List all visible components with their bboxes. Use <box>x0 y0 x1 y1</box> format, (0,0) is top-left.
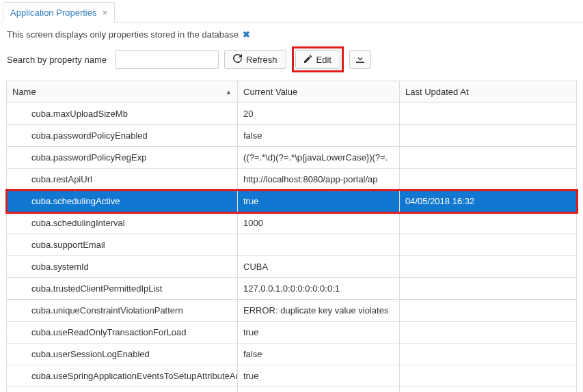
cell-name: cuba.userSessionLogEnabled <box>7 344 238 365</box>
cell-value: true <box>238 191 400 212</box>
pencil-icon <box>304 55 312 65</box>
cell-value: http://localhost:8080/app-portal/ap <box>238 169 400 191</box>
table-row[interactable]: cuba.webAppUrlhttp://localhost:8080/app <box>7 387 577 393</box>
cell-updated <box>400 125 577 147</box>
cell-value: true <box>238 322 400 344</box>
table-row[interactable]: cuba.useReadOnlyTransactionForLoadtrue <box>7 322 577 344</box>
properties-table: Name ▲ Current Value Last Updated At cub… <box>6 81 577 392</box>
cell-name: cuba.restApiUrl <box>7 169 238 191</box>
table-header-row: Name ▲ Current Value Last Updated At <box>7 81 577 103</box>
cell-updated <box>400 278 577 300</box>
col-header-updated[interactable]: Last Updated At <box>400 81 577 103</box>
cell-name: cuba.useSpringApplicationEventsToSetupAt… <box>7 365 238 387</box>
cell-name: cuba.passwordPolicyEnabled <box>7 125 238 147</box>
cell-value: ERROR: duplicate key value violates <box>238 300 400 322</box>
col-header-name[interactable]: Name ▲ <box>7 81 238 103</box>
table-row[interactable]: cuba.systemIdCUBA <box>7 256 577 278</box>
tab-application-properties[interactable]: Application Properties × <box>3 2 115 23</box>
cell-name: cuba.supportEmail <box>7 234 238 256</box>
cell-updated <box>400 234 577 256</box>
refresh-icon <box>233 54 242 65</box>
export-button[interactable] <box>349 50 371 69</box>
cell-updated <box>400 169 577 191</box>
cell-updated <box>400 365 577 387</box>
cell-value: ((?=.*\d)(?=.*\p{javaLowerCase})(?=. <box>238 147 400 169</box>
search-input[interactable] <box>115 50 219 69</box>
edit-button-label: Edit <box>316 55 331 65</box>
cell-updated <box>400 147 577 169</box>
cell-name: cuba.schedulingActive <box>7 191 238 212</box>
cell-name: cuba.maxUploadSizeMb <box>7 103 238 125</box>
table-row[interactable]: cuba.trustedClientPermittedIpList127.0.0… <box>7 278 577 300</box>
table-row[interactable]: cuba.maxUploadSizeMb20 <box>7 103 577 125</box>
cell-value: 20 <box>238 103 400 125</box>
cell-name: cuba.schedulingInterval <box>7 212 238 234</box>
cell-value: false <box>238 125 400 147</box>
cell-value: http://localhost:8080/app <box>238 387 400 393</box>
cell-value: true <box>238 365 400 387</box>
cell-updated <box>400 322 577 344</box>
cell-name: cuba.passwordPolicyRegExp <box>7 147 238 169</box>
download-icon <box>356 55 364 65</box>
cell-updated <box>400 103 577 125</box>
cell-name: cuba.useReadOnlyTransactionForLoad <box>7 322 238 344</box>
cell-updated <box>400 344 577 365</box>
edit-highlight: Edit <box>292 46 344 72</box>
cell-updated <box>400 212 577 234</box>
cell-updated <box>400 387 577 393</box>
refresh-button[interactable]: Refresh <box>224 50 286 69</box>
cell-name: cuba.uniqueConstraintViolationPattern <box>7 300 238 322</box>
table-row[interactable]: cuba.passwordPolicyRegExp((?=.*\d)(?=.*\… <box>7 147 577 169</box>
table-row[interactable]: cuba.schedulingActivetrue04/05/2018 16:3… <box>7 191 577 212</box>
table-row[interactable]: cuba.userSessionLogEnabledfalse <box>7 344 577 365</box>
search-label: Search by property name <box>7 55 107 65</box>
info-dismiss-icon[interactable]: ✖ <box>243 29 250 40</box>
cell-updated <box>400 256 577 278</box>
cell-updated <box>400 300 577 322</box>
table-row[interactable]: cuba.schedulingInterval1000 <box>7 212 577 234</box>
table-row[interactable]: cuba.supportEmail <box>7 234 577 256</box>
cell-updated: 04/05/2018 16:32 <box>400 191 577 212</box>
close-icon[interactable]: × <box>102 8 107 17</box>
cell-value: 127.0.0.1,0:0:0:0:0:0:0:1 <box>238 278 400 300</box>
col-header-value[interactable]: Current Value <box>238 81 400 103</box>
sort-asc-icon: ▲ <box>226 88 232 95</box>
cell-name: cuba.trustedClientPermittedIpList <box>7 278 238 300</box>
table-row[interactable]: cuba.passwordPolicyEnabledfalse <box>7 125 577 147</box>
cell-value: CUBA <box>238 256 400 278</box>
cell-name: cuba.webAppUrl <box>7 387 238 393</box>
cell-name: cuba.systemId <box>7 256 238 278</box>
table-row[interactable]: cuba.restApiUrlhttp://localhost:8080/app… <box>7 169 577 191</box>
toolbar: Search by property name Refresh Edit <box>0 46 583 81</box>
tab-title: Application Properties <box>10 8 96 18</box>
edit-button[interactable]: Edit <box>295 50 340 69</box>
table-row[interactable]: cuba.uniqueConstraintViolationPatternERR… <box>7 300 577 322</box>
cell-value: 1000 <box>238 212 400 234</box>
cell-value: false <box>238 344 400 365</box>
tab-bar: Application Properties × <box>0 0 583 23</box>
table-row[interactable]: cuba.useSpringApplicationEventsToSetupAt… <box>7 365 577 387</box>
info-text: This screen displays only properties sto… <box>7 29 239 40</box>
info-line: This screen displays only properties sto… <box>0 23 583 46</box>
cell-value <box>238 234 400 256</box>
refresh-button-label: Refresh <box>246 55 277 65</box>
